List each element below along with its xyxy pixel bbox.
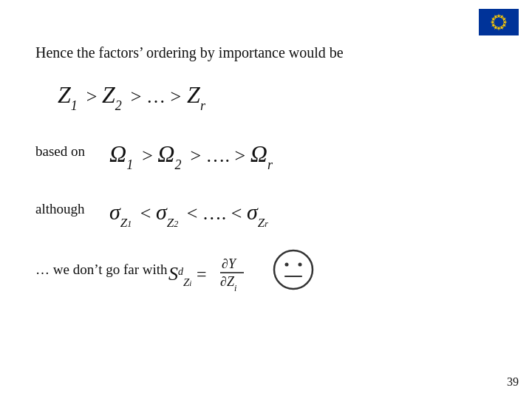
svg-rect-0 xyxy=(479,9,519,35)
eu-flag xyxy=(479,9,519,35)
s-formula: SdZi = ∂Y ∂Zi xyxy=(168,248,265,292)
although-label: although xyxy=(35,201,109,217)
svg-text:Z1
           > 
          Z2
: Z1 > Z2 > … > Zr xyxy=(58,81,206,112)
smiley-face xyxy=(272,248,315,291)
svg-text:σZ1
           < 
          σZ: σZ1 < σZ2 < …. < σZr xyxy=(109,200,268,228)
svg-point-22 xyxy=(285,263,289,267)
svg-text:∂Zi: ∂Zi xyxy=(220,274,236,292)
svg-text:=: = xyxy=(197,265,207,284)
z-ordering-formula: Z1 > Z2 > … > Zr xyxy=(58,75,265,112)
slide: Hence the factors’ ordering by importanc… xyxy=(0,0,532,399)
based-on-label: based on xyxy=(35,143,109,160)
content-area: Hence the factors’ ordering by importanc… xyxy=(35,44,497,292)
omega-ordering-formula: Ω1 > Ω2 > …. > Ωr xyxy=(109,132,346,171)
svg-text:∂Y: ∂Y xyxy=(222,256,237,271)
although-line: although σZ1 < σZ2 < …. < σZr xyxy=(35,190,497,228)
sigma-ordering-formula: σZ1 < σZ2 < …. < σZr xyxy=(109,190,375,228)
svg-point-21 xyxy=(274,250,313,289)
svg-text:Ω1
           > 
          Ω2
: Ω1 > Ω2 > …. > Ωr xyxy=(109,140,273,171)
svg-point-23 xyxy=(299,263,302,267)
hence-text: Hence the factors’ ordering by importanc… xyxy=(35,44,344,61)
last-line-label: … we don’t go far with xyxy=(35,262,168,278)
based-on-line: based on Ω1 > Ω2 > …. > Ωr xyxy=(35,132,497,171)
z-ordering-line: Z1 > Z2 > … > Zr xyxy=(58,75,497,112)
svg-text:SdZi: SdZi xyxy=(168,263,191,288)
hence-line: Hence the factors’ ordering by importanc… xyxy=(35,44,497,61)
page-number: 39 xyxy=(507,375,519,389)
last-line: … we don’t go far with SdZi = ∂Y ∂Zi xyxy=(35,248,497,292)
